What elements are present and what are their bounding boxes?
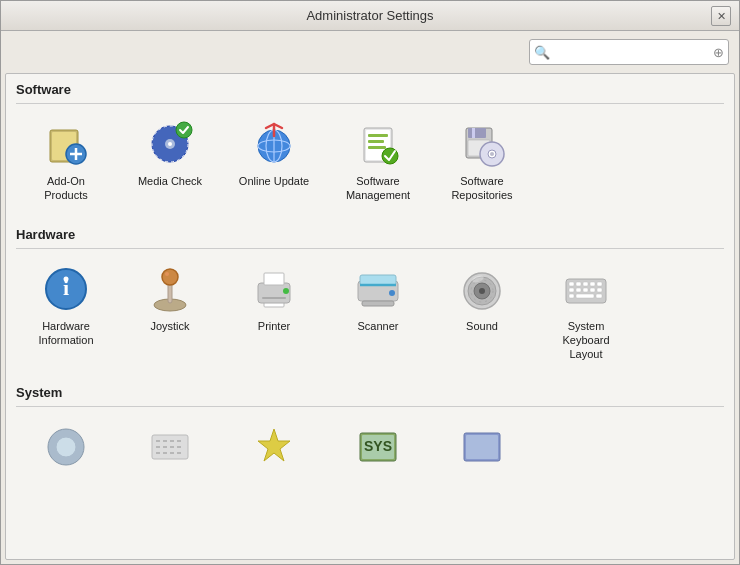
hardware-section-header: Hardware <box>16 227 724 249</box>
hardware-information-label: HardwareInformation <box>38 319 93 348</box>
online-update-item[interactable]: Online Update <box>224 112 324 211</box>
media-check-item[interactable]: Media Check <box>120 112 220 211</box>
system-item-1[interactable] <box>16 415 116 485</box>
system-item-5-icon <box>458 423 506 471</box>
search-input[interactable] <box>554 45 713 59</box>
system-item-1-icon <box>42 423 90 471</box>
online-update-label: Online Update <box>239 174 309 188</box>
hardware-information-item[interactable]: i HardwareInformation <box>16 257 116 370</box>
software-management-item[interactable]: SoftwareManagement <box>328 112 428 211</box>
sound-item[interactable]: Sound <box>432 257 532 370</box>
svg-rect-39 <box>262 297 286 299</box>
system-item-2[interactable] <box>120 415 220 485</box>
svg-rect-52 <box>569 282 574 286</box>
main-window: Administrator Settings ✕ 🔍 ⊕ Software <box>0 0 740 565</box>
svg-rect-54 <box>583 282 588 286</box>
software-section-header: Software <box>16 82 724 104</box>
hardware-items-grid: i HardwareInformation <box>16 257 724 370</box>
sound-icon <box>458 265 506 313</box>
system-item-4[interactable]: SYS <box>328 415 428 485</box>
svg-rect-19 <box>368 146 386 149</box>
svg-point-44 <box>389 290 395 296</box>
svg-rect-61 <box>597 288 602 292</box>
svg-rect-41 <box>360 275 396 285</box>
software-repositories-item[interactable]: SoftwareRepositories <box>432 112 532 211</box>
svg-point-33 <box>162 269 178 285</box>
scanner-label: Scanner <box>358 319 399 333</box>
svg-rect-18 <box>368 140 384 143</box>
addon-products-label: Add-OnProducts <box>44 174 87 203</box>
svg-rect-60 <box>590 288 595 292</box>
sound-label: Sound <box>466 319 498 333</box>
svg-point-7 <box>168 142 172 146</box>
svg-rect-63 <box>576 294 594 298</box>
system-item-5[interactable] <box>432 415 532 485</box>
system-section: System <box>6 377 734 493</box>
hardware-information-icon: i <box>42 265 90 313</box>
software-management-icon <box>354 120 402 168</box>
svg-rect-43 <box>362 301 394 306</box>
svg-point-48 <box>479 288 485 294</box>
svg-point-9 <box>176 122 192 138</box>
online-update-icon <box>250 120 298 168</box>
svg-rect-37 <box>264 273 284 285</box>
close-button[interactable]: ✕ <box>711 6 731 26</box>
search-icon-right: ⊕ <box>713 45 724 60</box>
printer-label: Printer <box>258 319 290 333</box>
search-icon-left: 🔍 <box>534 45 550 60</box>
media-check-label: Media Check <box>138 174 202 188</box>
svg-point-30 <box>64 276 69 281</box>
svg-rect-57 <box>569 288 574 292</box>
svg-rect-53 <box>576 282 581 286</box>
software-repositories-label: SoftwareRepositories <box>451 174 512 203</box>
system-items-grid: SYS <box>16 415 724 485</box>
keyboard-layout-icon <box>562 265 610 313</box>
svg-rect-55 <box>590 282 595 286</box>
joystick-item[interactable]: Joystick <box>120 257 220 370</box>
close-icon: ✕ <box>717 10 726 23</box>
joystick-icon <box>146 265 194 313</box>
software-items-grid: Add-OnProducts Media Check <box>16 112 724 211</box>
system-section-header: System <box>16 385 724 407</box>
software-management-label: SoftwareManagement <box>346 174 410 203</box>
svg-rect-58 <box>576 288 581 292</box>
system-item-3[interactable] <box>224 415 324 485</box>
svg-rect-23 <box>472 128 475 138</box>
software-repositories-icon <box>458 120 506 168</box>
toolbar: 🔍 ⊕ <box>1 31 739 73</box>
hardware-section: Hardware i HardwareInformation <box>6 219 734 378</box>
content-area: Software Add-OnProducts <box>5 73 735 560</box>
svg-rect-22 <box>468 128 486 138</box>
svg-point-38 <box>283 288 289 294</box>
printer-item[interactable]: Printer <box>224 257 324 370</box>
media-check-icon <box>146 120 194 168</box>
keyboard-layout-label: SystemKeyboardLayout <box>562 319 609 362</box>
joystick-label: Joystick <box>150 319 189 333</box>
scanner-item[interactable]: Scanner <box>328 257 428 370</box>
window-title: Administrator Settings <box>306 8 433 23</box>
svg-point-27 <box>490 152 494 156</box>
svg-rect-56 <box>597 282 602 286</box>
software-section: Software Add-OnProducts <box>6 74 734 219</box>
scanner-icon <box>354 265 402 313</box>
svg-text:SYS: SYS <box>364 438 392 454</box>
keyboard-layout-item[interactable]: SystemKeyboardLayout <box>536 257 636 370</box>
svg-marker-71 <box>258 429 290 461</box>
addon-products-icon <box>42 120 90 168</box>
addon-products-item[interactable]: Add-OnProducts <box>16 112 116 211</box>
svg-rect-76 <box>466 435 498 459</box>
svg-point-66 <box>56 437 76 457</box>
svg-point-34 <box>165 272 169 276</box>
system-item-2-icon <box>146 423 194 471</box>
system-item-4-icon: SYS <box>354 423 402 471</box>
title-bar: Administrator Settings ✕ <box>1 1 739 31</box>
svg-rect-62 <box>569 294 574 298</box>
search-bar[interactable]: 🔍 ⊕ <box>529 39 729 65</box>
printer-icon <box>250 265 298 313</box>
svg-rect-17 <box>368 134 388 137</box>
svg-rect-59 <box>583 288 588 292</box>
system-item-3-icon <box>250 423 298 471</box>
svg-rect-64 <box>596 294 602 298</box>
